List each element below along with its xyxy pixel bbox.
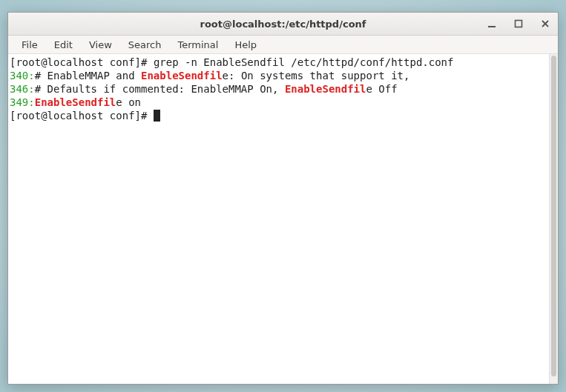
minimize-button[interactable]	[484, 16, 500, 32]
command-text: grep -n EnableSendfil /etc/httpd/conf/ht…	[154, 56, 454, 68]
close-button[interactable]	[537, 16, 553, 32]
titlebar[interactable]: root@localhost:/etc/httpd/conf	[8, 13, 558, 36]
terminal-window: root@localhost:/etc/httpd/conf File Edit…	[7, 12, 559, 385]
scroll-thumb[interactable]	[551, 56, 556, 376]
menu-search[interactable]: Search	[121, 37, 169, 53]
minimize-icon	[487, 19, 496, 28]
line-number: 340:	[10, 70, 35, 82]
prompt: [root@localhost conf]#	[10, 110, 154, 122]
grep-match: EnableSendfil	[285, 83, 366, 95]
maximize-button[interactable]	[510, 16, 527, 32]
grep-match: EnableSendfil	[35, 96, 116, 108]
svg-rect-0	[488, 26, 496, 27]
cursor	[154, 110, 160, 122]
window-title: root@localhost:/etc/httpd/conf	[8, 19, 558, 30]
menu-terminal[interactable]: Terminal	[170, 37, 226, 53]
line-number: 349:	[10, 96, 35, 108]
terminal-output[interactable]: [root@localhost conf]# grep -n EnableSen…	[8, 54, 549, 384]
menubar: File Edit View Search Terminal Help	[8, 36, 558, 54]
line-number: 346:	[10, 83, 35, 95]
output-text: # EnableMMAP and	[35, 70, 141, 82]
menu-help[interactable]: Help	[227, 37, 264, 53]
output-text: e Off	[366, 83, 397, 95]
maximize-icon	[514, 19, 523, 28]
svg-rect-1	[516, 21, 522, 27]
output-text: # Defaults if commented: EnableMMAP On,	[35, 83, 285, 95]
close-icon	[541, 19, 550, 28]
window-controls	[484, 13, 553, 35]
output-text: e on	[116, 96, 141, 108]
terminal-area: [root@localhost conf]# grep -n EnableSen…	[8, 54, 558, 384]
prompt: [root@localhost conf]#	[10, 56, 154, 68]
menu-edit[interactable]: Edit	[47, 37, 80, 53]
grep-match: EnableSendfil	[141, 70, 223, 82]
menu-file[interactable]: File	[14, 37, 45, 53]
scrollbar[interactable]	[549, 54, 558, 384]
output-text: e: On systems that support it,	[223, 70, 410, 82]
menu-view[interactable]: View	[82, 37, 119, 53]
